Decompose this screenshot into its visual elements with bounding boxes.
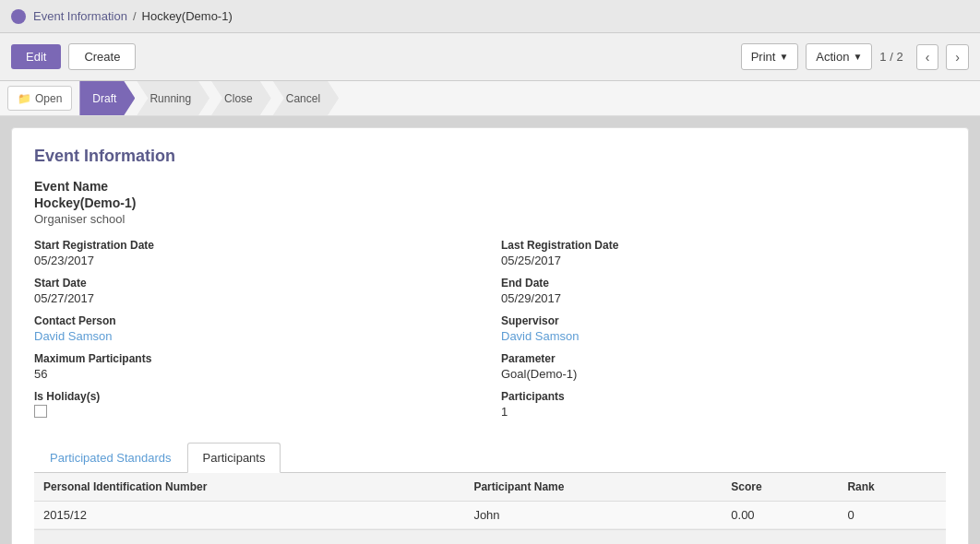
status-step-draft[interactable]: Draft bbox=[79, 81, 135, 115]
print-dropdown-arrow: ▼ bbox=[779, 52, 788, 62]
card-title: Event Information bbox=[34, 147, 946, 166]
open-label: Open bbox=[35, 92, 62, 105]
field-last-reg-date: Last Registration Date 05/25/2017 bbox=[501, 239, 946, 267]
field-max-participants: Maximum Participants 56 bbox=[34, 352, 479, 381]
tabs: Participated Standards Participants bbox=[34, 443, 946, 473]
field-is-holiday: Is Holiday(s) bbox=[34, 390, 479, 418]
next-button[interactable]: › bbox=[946, 44, 969, 70]
print-label: Print bbox=[751, 50, 776, 64]
cell-rank: 0 bbox=[838, 502, 946, 529]
field-end-date: End Date 05/29/2017 bbox=[501, 277, 946, 305]
cell-name: John bbox=[464, 502, 722, 529]
event-name-label: Event Name bbox=[34, 179, 946, 194]
status-step-running[interactable]: Running bbox=[137, 81, 209, 115]
edit-button[interactable]: Edit bbox=[11, 44, 61, 69]
is-holiday-checkbox[interactable] bbox=[34, 405, 47, 418]
status-steps: Draft Running Close Cancel bbox=[79, 81, 980, 115]
organiser-value: Organiser school bbox=[34, 212, 946, 226]
tab-participated-standards[interactable]: Participated Standards bbox=[34, 443, 187, 472]
breadcrumb-separator: / bbox=[133, 9, 137, 23]
event-name-value: Hockey(Demo-1) bbox=[34, 195, 946, 210]
status-step-close[interactable]: Close bbox=[211, 81, 271, 115]
cell-score: 0.00 bbox=[722, 502, 838, 529]
field-parameter: Parameter Goal(Demo-1) bbox=[501, 352, 946, 381]
col-score: Score bbox=[722, 473, 838, 502]
status-bar: 📁 Open Draft Running Close Cancel bbox=[0, 81, 980, 116]
supervisor-link[interactable]: David Samson bbox=[501, 329, 946, 343]
fields-left: Start Registration Date 05/23/2017 Start… bbox=[34, 239, 479, 428]
breadcrumb-current: Hockey(Demo-1) bbox=[142, 9, 233, 23]
pagination-info: 1 / 2 bbox=[879, 50, 902, 64]
table-footer bbox=[34, 529, 946, 544]
col-name: Participant Name bbox=[464, 473, 722, 502]
breadcrumb-icon bbox=[11, 9, 26, 24]
field-start-reg-date: Start Registration Date 05/23/2017 bbox=[34, 239, 479, 267]
contact-person-link[interactable]: David Samson bbox=[34, 329, 479, 343]
field-contact-person: Contact Person David Samson bbox=[34, 314, 479, 343]
field-supervisor: Supervisor David Samson bbox=[501, 314, 946, 343]
open-button[interactable]: 📁 Open bbox=[7, 86, 72, 111]
col-rank: Rank bbox=[838, 473, 946, 502]
main-content: Event Information Event Name Hockey(Demo… bbox=[0, 116, 980, 544]
breadcrumb-bar: Event Information / Hockey(Demo-1) bbox=[0, 0, 980, 33]
action-button[interactable]: Action ▼ bbox=[806, 43, 872, 70]
prev-button[interactable]: ‹ bbox=[916, 44, 939, 70]
fields-grid: Start Registration Date 05/23/2017 Start… bbox=[34, 239, 946, 428]
event-card: Event Information Event Name Hockey(Demo… bbox=[11, 127, 969, 544]
cell-pid: 2015/12 bbox=[34, 502, 464, 529]
folder-icon: 📁 bbox=[18, 92, 31, 105]
action-label: Action bbox=[816, 50, 849, 64]
tab-participants[interactable]: Participants bbox=[187, 443, 281, 473]
action-dropdown-arrow: ▼ bbox=[853, 52, 862, 62]
create-button[interactable]: Create bbox=[68, 43, 136, 70]
fields-right: Last Registration Date 05/25/2017 End Da… bbox=[501, 239, 946, 428]
field-participants: Participants 1 bbox=[501, 390, 946, 419]
participants-table: Personal Identification Number Participa… bbox=[34, 473, 946, 529]
print-button[interactable]: Print ▼ bbox=[741, 43, 799, 70]
toolbar: Edit Create Print ▼ Action ▼ 1 / 2 ‹ › bbox=[0, 33, 980, 81]
table-row: 2015/12 John 0.00 0 bbox=[34, 502, 946, 529]
status-step-cancel[interactable]: Cancel bbox=[273, 81, 339, 115]
col-pid: Personal Identification Number bbox=[34, 473, 464, 502]
field-start-date: Start Date 05/27/2017 bbox=[34, 277, 479, 305]
breadcrumb-link[interactable]: Event Information bbox=[33, 9, 127, 23]
